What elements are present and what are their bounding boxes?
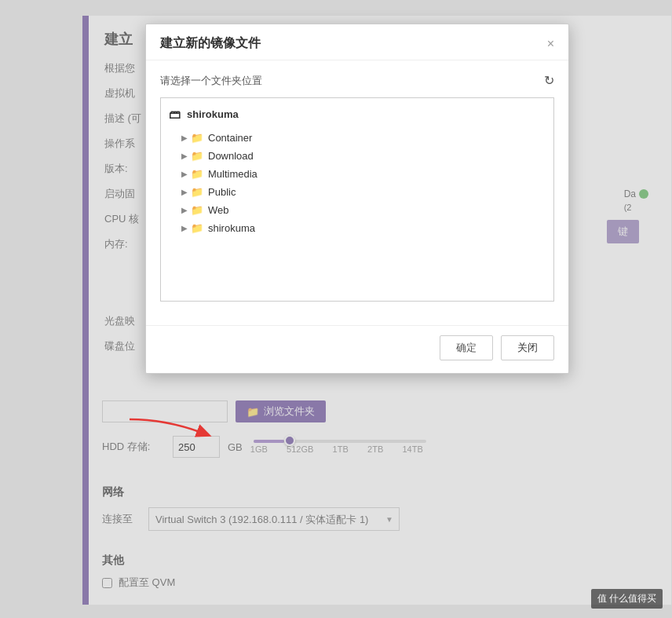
dialog-subtitle-row: 请选择一个文件夹位置 ↻	[160, 73, 554, 88]
dialog-close-button[interactable]: ×	[547, 38, 554, 50]
file-tree[interactable]: 🗃 shirokuma ▶ 📁 Container ▶ 📁 Download ▶…	[160, 97, 554, 302]
tree-item-web[interactable]: ▶ 📁 Web	[169, 201, 546, 219]
tree-item-label-3: Multimedia	[208, 168, 257, 180]
arrow-multimedia: ▶	[181, 170, 188, 178]
watermark: 值 什么值得买	[591, 589, 663, 609]
root-label: shirokuma	[187, 108, 239, 120]
tree-item-label-5: Web	[208, 204, 229, 216]
folder-icon-4: 📁	[191, 186, 203, 198]
tree-item-label-4: Public	[208, 186, 236, 198]
dialog-title: 建立新的镜像文件	[160, 35, 261, 52]
dialog-header: 建立新的镜像文件 ×	[146, 24, 568, 60]
watermark-text: 值 什么值得买	[597, 593, 656, 604]
new-image-dialog: 建立新的镜像文件 × 请选择一个文件夹位置 ↻ 🗃 shirokuma ▶ 📁 …	[145, 24, 569, 374]
tree-item-multimedia[interactable]: ▶ 📁 Multimedia	[169, 165, 546, 183]
tree-item-download[interactable]: ▶ 📁 Download	[169, 147, 546, 165]
tree-item-label-1: Container	[208, 132, 252, 144]
tree-item-public[interactable]: ▶ 📁 Public	[169, 183, 546, 201]
confirm-button[interactable]: 确定	[440, 335, 493, 360]
arrow-public: ▶	[181, 188, 188, 196]
refresh-icon[interactable]: ↻	[544, 73, 554, 88]
arrow-shirokuma: ▶	[181, 224, 188, 232]
folder-icon-6: 📁	[191, 222, 203, 234]
tree-item-label-6: shirokuma	[208, 222, 255, 234]
folder-icon-2: 📁	[191, 150, 203, 162]
folder-icon-1: 📁	[191, 132, 203, 144]
dialog-footer: 确定 关闭	[146, 325, 568, 373]
tree-root: 🗃 shirokuma	[169, 106, 546, 123]
dialog-body: 请选择一个文件夹位置 ↻ 🗃 shirokuma ▶ 📁 Container ▶…	[146, 60, 568, 325]
folder-icon-5: 📁	[191, 204, 203, 216]
tree-item-shirokuma[interactable]: ▶ 📁 shirokuma	[169, 219, 546, 237]
tree-item-container[interactable]: ▶ 📁 Container	[169, 129, 546, 147]
tree-item-label-2: Download	[208, 150, 254, 162]
arrow-download: ▶	[181, 152, 188, 160]
folder-icon-3: 📁	[191, 168, 203, 180]
close-button[interactable]: 关闭	[501, 335, 554, 360]
arrow-web: ▶	[181, 206, 188, 214]
root-icon: 🗃	[169, 108, 181, 121]
dialog-subtitle-text: 请选择一个文件夹位置	[160, 74, 262, 88]
arrow-container: ▶	[181, 133, 188, 142]
